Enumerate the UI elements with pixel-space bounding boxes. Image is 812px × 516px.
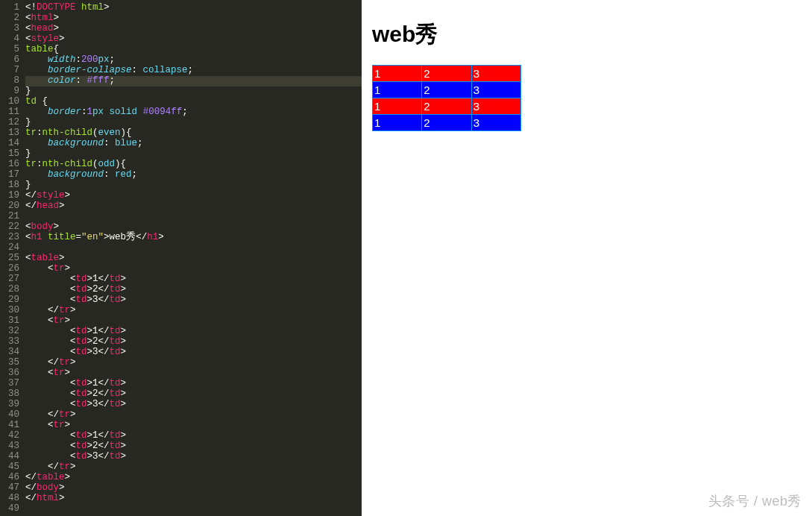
code-line[interactable]: <td>2</td>: [25, 337, 362, 347]
code-line[interactable]: </tr>: [25, 306, 362, 316]
table-row: 123: [373, 98, 521, 115]
code-line[interactable]: tr:nth-child(odd){: [25, 160, 362, 170]
line-number: 6: [3, 55, 19, 66]
line-number: 1: [3, 3, 19, 13]
table-cell: 1: [373, 115, 422, 131]
code-line[interactable]: </style>: [25, 191, 362, 201]
line-number: 23: [3, 233, 19, 243]
code-line[interactable]: table{: [25, 45, 362, 55]
line-number: 2: [3, 13, 19, 24]
line-number: 10: [3, 97, 19, 107]
line-number: 43: [3, 441, 19, 452]
code-line[interactable]: }: [25, 86, 362, 97]
preview-pane: web秀 123123123123 头条号 / web秀: [362, 0, 812, 516]
code-line[interactable]: <tr>: [25, 316, 362, 327]
code-line[interactable]: <td>1</td>: [25, 327, 362, 337]
line-number: 22: [3, 222, 19, 233]
table-cell: 2: [422, 82, 471, 98]
code-line[interactable]: <td>3</td>: [25, 452, 362, 462]
table-cell: 1: [373, 98, 422, 115]
code-line[interactable]: <td>2</td>: [25, 441, 362, 452]
code-line[interactable]: [25, 243, 362, 254]
table-cell: 2: [422, 115, 471, 131]
code-line[interactable]: background: blue;: [25, 139, 362, 149]
code-line[interactable]: }: [25, 180, 362, 191]
line-number: 14: [3, 139, 19, 149]
code-line[interactable]: <!DOCTYPE html>: [25, 3, 362, 13]
code-line[interactable]: <tr>: [25, 368, 362, 379]
code-line[interactable]: <head>: [25, 24, 362, 34]
code-line[interactable]: td {: [25, 97, 362, 107]
line-number: 15: [3, 149, 19, 160]
code-line[interactable]: <body>: [25, 222, 362, 233]
line-number: 39: [3, 400, 19, 410]
code-line[interactable]: <td>2</td>: [25, 285, 362, 295]
line-number: 29: [3, 295, 19, 306]
line-number: 7: [3, 66, 19, 76]
line-number: 34: [3, 347, 19, 358]
code-line[interactable]: <td>3</td>: [25, 295, 362, 306]
line-number: 44: [3, 452, 19, 462]
line-number: 21: [3, 212, 19, 222]
line-number: 5: [3, 45, 19, 55]
line-number: 18: [3, 180, 19, 191]
line-number: 48: [3, 494, 19, 504]
line-number: 16: [3, 160, 19, 170]
code-line[interactable]: color: #fff;: [25, 76, 362, 86]
code-line[interactable]: <td>1</td>: [25, 431, 362, 441]
line-number: 33: [3, 337, 19, 347]
line-number: 3: [3, 24, 19, 34]
code-line[interactable]: <td>1</td>: [25, 274, 362, 285]
code-line[interactable]: }: [25, 118, 362, 128]
line-number: 11: [3, 107, 19, 118]
code-line[interactable]: background: red;: [25, 170, 362, 180]
line-number: 45: [3, 462, 19, 473]
line-number: 26: [3, 264, 19, 274]
code-line[interactable]: <tr>: [25, 421, 362, 431]
line-number: 19: [3, 191, 19, 201]
code-line[interactable]: [25, 212, 362, 222]
table-cell: 1: [373, 66, 422, 82]
code-line[interactable]: border:1px solid #0094ff;: [25, 107, 362, 118]
code-line[interactable]: </tr>: [25, 358, 362, 368]
code-line[interactable]: border-collapse: collapse;: [25, 66, 362, 76]
line-number: 8: [3, 76, 19, 86]
code-line[interactable]: </html>: [25, 494, 362, 504]
line-number: 30: [3, 306, 19, 316]
table-row: 123: [373, 66, 521, 82]
code-line[interactable]: width:200px;: [25, 55, 362, 66]
code-line[interactable]: </body>: [25, 483, 362, 494]
line-number: 4: [3, 34, 19, 45]
line-number: 47: [3, 483, 19, 494]
line-number: 17: [3, 170, 19, 180]
code-line[interactable]: tr:nth-child(even){: [25, 128, 362, 139]
code-line[interactable]: <td>3</td>: [25, 400, 362, 410]
code-line[interactable]: </tr>: [25, 462, 362, 473]
line-number: 42: [3, 431, 19, 441]
line-number: 46: [3, 473, 19, 483]
code-line[interactable]: <style>: [25, 34, 362, 45]
code-line[interactable]: <tr>: [25, 264, 362, 274]
line-number: 41: [3, 421, 19, 431]
preview-heading: web秀: [372, 19, 805, 50]
table-row: 123: [373, 82, 521, 98]
code-line[interactable]: <td>3</td>: [25, 347, 362, 358]
code-line[interactable]: </tr>: [25, 410, 362, 421]
table-cell: 3: [471, 115, 520, 131]
line-number: 38: [3, 389, 19, 400]
code-line[interactable]: <h1 title="en">web秀</h1>: [25, 233, 362, 243]
code-editor-pane[interactable]: 1234567891011121314151617181920212223242…: [0, 0, 362, 516]
code-line[interactable]: <td>2</td>: [25, 389, 362, 400]
table-cell: 1: [373, 82, 422, 98]
code-line[interactable]: <td>1</td>: [25, 379, 362, 389]
code-line[interactable]: <html>: [25, 13, 362, 24]
code-line[interactable]: </table>: [25, 473, 362, 483]
code-line[interactable]: [25, 504, 362, 515]
code-line[interactable]: <table>: [25, 254, 362, 264]
code-line[interactable]: </head>: [25, 201, 362, 212]
code-area[interactable]: <!DOCTYPE html><html><head><style>table{…: [25, 0, 362, 516]
line-number: 32: [3, 327, 19, 337]
line-number: 27: [3, 274, 19, 285]
code-line[interactable]: }: [25, 149, 362, 160]
table-row: 123: [373, 115, 521, 131]
